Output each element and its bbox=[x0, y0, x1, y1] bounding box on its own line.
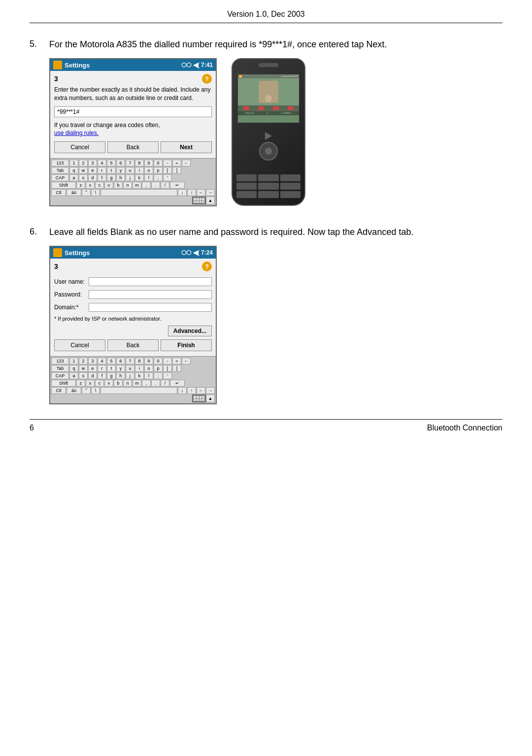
kb6-s[interactable]: s bbox=[79, 372, 88, 379]
kb6-cap[interactable]: CAP bbox=[51, 372, 69, 379]
kb-z[interactable]: z bbox=[76, 182, 85, 189]
kb6-d[interactable]: d bbox=[88, 372, 97, 379]
step6-username-field[interactable] bbox=[89, 277, 212, 286]
kb6-backspace[interactable]: ← bbox=[182, 358, 191, 364]
kb6-m[interactable]: m bbox=[133, 380, 141, 387]
kb-accents[interactable]: áü bbox=[66, 189, 81, 196]
kb6-rbracket[interactable]: ] bbox=[172, 365, 181, 372]
kb6-space1[interactable] bbox=[100, 387, 177, 394]
kb-backslash[interactable]: \ bbox=[91, 189, 100, 196]
step5-next-btn[interactable]: Next bbox=[161, 141, 212, 153]
kb-space1[interactable] bbox=[100, 189, 177, 196]
kb6-enter[interactable]: ↵ bbox=[170, 380, 185, 387]
kb-s[interactable]: s bbox=[79, 174, 88, 181]
kb6-l[interactable]: l bbox=[144, 372, 153, 379]
kb-9[interactable]: 9 bbox=[144, 160, 153, 166]
kb-5[interactable]: 5 bbox=[107, 160, 116, 166]
step5-input[interactable]: *99***1# bbox=[54, 106, 212, 117]
kb6-left[interactable]: ← bbox=[197, 387, 205, 394]
kb6-q[interactable]: q bbox=[69, 365, 78, 372]
kb-2[interactable]: 2 bbox=[79, 160, 88, 166]
kb6-semicolon[interactable]: ; bbox=[154, 372, 163, 379]
kb6-b[interactable]: b bbox=[114, 380, 123, 387]
kb6-quote[interactable]: ' bbox=[163, 372, 172, 379]
kb6-accents[interactable]: áü bbox=[66, 387, 81, 394]
kb6-j[interactable]: j bbox=[126, 372, 134, 379]
kb-down[interactable]: ↓ bbox=[178, 189, 187, 196]
kb6-tilde[interactable]: ˜ bbox=[82, 387, 91, 394]
kb6-slash[interactable]: / bbox=[161, 380, 169, 387]
kb-v[interactable]: v bbox=[104, 182, 113, 189]
step6-back-btn[interactable]: Back bbox=[107, 339, 159, 351]
kb6-y[interactable]: y bbox=[116, 365, 125, 372]
kb6-dash[interactable]: - bbox=[163, 358, 172, 364]
kb-123[interactable]: 123 bbox=[51, 160, 69, 166]
kb6-z[interactable]: z bbox=[76, 380, 85, 387]
step5-back-btn[interactable]: Back bbox=[107, 141, 159, 153]
kb-up[interactable]: ↑ bbox=[187, 189, 196, 196]
kb-grid-icon[interactable] bbox=[192, 197, 206, 204]
kb6-tab[interactable]: Tab bbox=[51, 365, 69, 372]
kb6-n[interactable]: n bbox=[123, 380, 132, 387]
kb-b[interactable]: b bbox=[114, 182, 123, 189]
kb6-8[interactable]: 8 bbox=[135, 358, 144, 364]
step6-cancel-btn[interactable]: Cancel bbox=[54, 339, 105, 351]
kb6-p[interactable]: p bbox=[154, 365, 163, 372]
step5-cancel-btn[interactable]: Cancel bbox=[54, 141, 105, 153]
kb-0[interactable]: 0 bbox=[154, 160, 163, 166]
kb-equals[interactable]: = bbox=[172, 160, 181, 166]
step6-password-field[interactable] bbox=[89, 290, 212, 299]
kb-p[interactable]: p bbox=[154, 167, 163, 174]
kb-4[interactable]: 4 bbox=[98, 160, 106, 166]
step5-dialing-link[interactable]: use dialing rules. bbox=[54, 130, 99, 136]
kb6-g[interactable]: g bbox=[107, 372, 116, 379]
kb6-backslash[interactable]: \ bbox=[91, 387, 100, 394]
kb-period[interactable]: . bbox=[151, 182, 160, 189]
kb6-r[interactable]: r bbox=[98, 365, 106, 372]
kb6-o[interactable]: o bbox=[144, 365, 153, 372]
kb6-equals[interactable]: = bbox=[172, 358, 181, 364]
kb-left[interactable]: ← bbox=[197, 189, 205, 196]
kb6-shift[interactable]: Shift bbox=[51, 380, 76, 387]
kb6-right[interactable]: → bbox=[206, 387, 215, 394]
kb-expand-arrow[interactable]: ▲ bbox=[206, 197, 215, 204]
kb-m[interactable]: m bbox=[133, 182, 141, 189]
kb6-4[interactable]: 4 bbox=[98, 358, 106, 364]
kb6-lbracket[interactable]: [ bbox=[163, 365, 172, 372]
kb6-up[interactable]: ↑ bbox=[187, 387, 196, 394]
kb6-u[interactable]: u bbox=[126, 365, 134, 372]
kb-slash[interactable]: / bbox=[161, 182, 169, 189]
kb6-3[interactable]: 3 bbox=[88, 358, 97, 364]
kb-ctl[interactable]: Ctl bbox=[51, 189, 66, 196]
step6-help-btn[interactable]: ? bbox=[202, 262, 212, 271]
kb-o[interactable]: o bbox=[144, 167, 153, 174]
kb-8[interactable]: 8 bbox=[135, 160, 144, 166]
kb-tab[interactable]: Tab bbox=[51, 167, 69, 174]
kb6-7[interactable]: 7 bbox=[126, 358, 134, 364]
kb6-a[interactable]: a bbox=[69, 372, 78, 379]
kb-lbracket[interactable]: [ bbox=[163, 167, 172, 174]
kb6-x[interactable]: x bbox=[86, 380, 95, 387]
kb-t[interactable]: t bbox=[107, 167, 116, 174]
kb-g[interactable]: g bbox=[107, 174, 116, 181]
kb-comma[interactable]: , bbox=[142, 182, 151, 189]
kb6-6[interactable]: 6 bbox=[116, 358, 125, 364]
kb-j[interactable]: j bbox=[126, 174, 134, 181]
kb-3[interactable]: 3 bbox=[88, 160, 97, 166]
kb-right[interactable]: → bbox=[206, 189, 215, 196]
kb6-2[interactable]: 2 bbox=[79, 358, 88, 364]
kb6-h[interactable]: h bbox=[116, 372, 125, 379]
kb-7[interactable]: 7 bbox=[126, 160, 134, 166]
kb6-i[interactable]: i bbox=[135, 365, 144, 372]
kb-dash[interactable]: - bbox=[163, 160, 172, 166]
kb-quote[interactable]: ' bbox=[163, 174, 172, 181]
kb-r[interactable]: r bbox=[98, 167, 106, 174]
kb-1[interactable]: 1 bbox=[69, 160, 78, 166]
kb-semicolon[interactable]: ; bbox=[154, 174, 163, 181]
kb-u[interactable]: u bbox=[126, 167, 134, 174]
kb-enter[interactable]: ↵ bbox=[170, 182, 185, 189]
kb-6[interactable]: 6 bbox=[116, 160, 125, 166]
kb6-comma[interactable]: , bbox=[142, 380, 151, 387]
step5-help-btn[interactable]: ? bbox=[202, 74, 212, 84]
kb6-v[interactable]: v bbox=[104, 380, 113, 387]
